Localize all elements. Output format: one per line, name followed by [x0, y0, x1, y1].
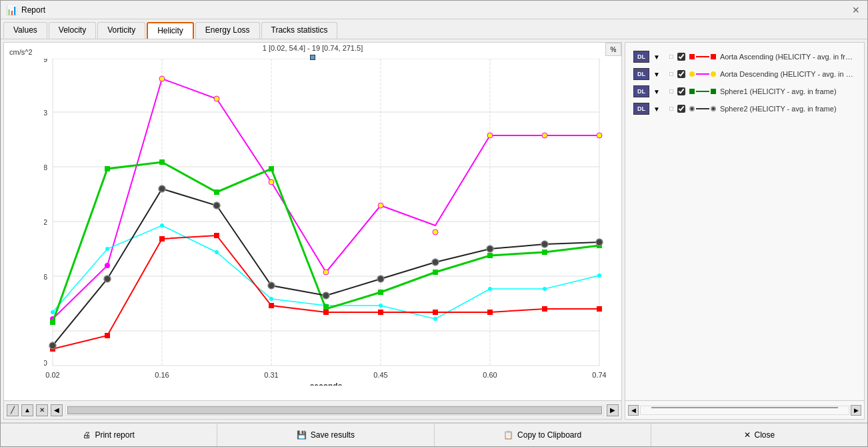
chart-scroll-left[interactable]: ◀ [51, 404, 63, 416]
svg-text:0.16: 0.16 [155, 371, 169, 379]
title-bar: 📊 Report ✕ [1, 1, 867, 19]
svg-rect-61 [159, 236, 165, 242]
svg-rect-49 [105, 166, 110, 171]
legend-dot-1 [689, 54, 695, 59]
svg-text:310.2: 310.2 [44, 218, 47, 226]
tabs-bar: Values Velocity Vorticity Helicity Energ… [1, 19, 867, 39]
chart-toolbar: ╱ ▲ ✕ ◀ ▶ [4, 400, 621, 419]
legend-line-indicator-2 [689, 71, 716, 77]
percent-button[interactable]: % [605, 43, 621, 56]
right-scroll-track[interactable] [640, 406, 849, 415]
copy-clipboard-button[interactable]: 📋 Copy to Clipboard [435, 424, 651, 446]
close-button[interactable]: ✕ Close [651, 424, 867, 446]
svg-rect-62 [214, 233, 219, 238]
svg-point-41 [269, 297, 273, 301]
svg-rect-63 [269, 303, 274, 308]
right-scroll-left[interactable]: ◀ [628, 405, 639, 416]
chart-tooltip-label: 1 [0.02, 54.4] - 19 [0.74, 271.5] [263, 44, 363, 52]
window-close-button[interactable]: ✕ [850, 4, 862, 16]
print-icon: 🖨 [83, 430, 91, 440]
legend-checkbox-2[interactable] [677, 70, 685, 78]
svg-point-31 [323, 270, 329, 275]
chart-svg: 740.9 597.3 453.8 310.2 166.6 23.0 0.02 … [44, 59, 608, 386]
svg-point-75 [323, 292, 329, 299]
svg-point-45 [488, 287, 492, 291]
svg-point-34 [487, 133, 493, 138]
svg-point-74 [268, 282, 275, 289]
save-results-button[interactable]: 💾 Save results [217, 424, 434, 446]
tab-values[interactable]: Values [3, 22, 47, 39]
tab-vorticity[interactable]: Vorticity [97, 22, 145, 39]
legend-dl-4[interactable]: DL [633, 103, 649, 115]
svg-rect-53 [323, 304, 329, 310]
right-panel: DL ▼ Aorta Ascending (HELICITY - avg. in… [625, 42, 865, 420]
svg-point-40 [215, 250, 219, 254]
svg-text:0.02: 0.02 [45, 371, 59, 379]
chart-area: cm/s^2 % 1 [0.02, 54.4] - 19 [0.74, 271.… [3, 42, 622, 420]
svg-point-80 [596, 239, 603, 246]
legend-dl-2[interactable]: DL [633, 68, 649, 80]
svg-rect-55 [433, 270, 438, 275]
legend-dl-1[interactable]: DL [633, 51, 649, 63]
tooltip-marker [310, 55, 315, 60]
svg-point-27 [105, 263, 110, 268]
svg-rect-65 [378, 310, 383, 315]
svg-point-47 [597, 274, 601, 278]
svg-rect-57 [542, 250, 547, 255]
title-bar-left: 📊 Report [6, 5, 45, 15]
chart-scroll-right[interactable]: ▶ [607, 404, 619, 416]
svg-text:0.45: 0.45 [373, 371, 387, 379]
legend-text-2: Aorta Descending (HELICITY - avg. in fra… [720, 70, 853, 78]
svg-rect-69 [597, 306, 602, 312]
close-x-icon: ✕ [744, 430, 751, 440]
legend-checkbox-3[interactable] [677, 87, 685, 95]
tab-energy-loss[interactable]: Energy Loss [195, 22, 260, 39]
legend-text-4: Sphere2 (HELICITY - avg. in frame) [720, 105, 837, 113]
legend-line-4 [696, 108, 709, 109]
svg-point-79 [541, 241, 548, 248]
svg-rect-50 [159, 159, 165, 165]
legend-checkbox-1[interactable] [677, 53, 685, 61]
legend-dl-3[interactable]: DL [633, 85, 649, 97]
legend-line-indicator-1 [689, 54, 716, 59]
legend-sep-4 [669, 107, 673, 111]
svg-rect-60 [105, 333, 110, 338]
tab-tracks-statistics[interactable]: Tracks statistics [261, 22, 338, 39]
svg-point-73 [213, 202, 220, 209]
chart-tool-up[interactable]: ▲ [21, 404, 33, 416]
legend-item-1: DL ▼ Aorta Ascending (HELICITY - avg. in… [633, 51, 856, 63]
print-report-button[interactable]: 🖨 Print report [1, 424, 217, 446]
legend-arrow-4[interactable]: ▼ [653, 105, 660, 113]
chart-horizontal-scrollbar[interactable] [65, 405, 604, 416]
svg-point-36 [597, 133, 602, 138]
right-scroll-right[interactable]: ▶ [851, 405, 861, 416]
footer: 🖨 Print report 💾 Save results 📋 Copy to … [1, 422, 867, 446]
legend-arrow-2[interactable]: ▼ [653, 71, 660, 78]
svg-text:0.74: 0.74 [592, 371, 606, 379]
svg-point-46 [543, 287, 547, 291]
svg-text:597.3: 597.3 [44, 109, 47, 117]
legend-item-2: DL ▼ Aorta Descending (HELICITY - avg. i… [633, 68, 856, 80]
chart-tool-close[interactable]: ✕ [36, 404, 48, 416]
legend-arrow-3[interactable]: ▼ [653, 88, 660, 95]
legend-area: DL ▼ Aorta Ascending (HELICITY - avg. in… [625, 43, 864, 400]
svg-rect-51 [214, 189, 219, 195]
legend-arrow-1[interactable]: ▼ [653, 53, 660, 61]
legend-dot-2 [689, 71, 695, 77]
legend-checkbox-4[interactable] [677, 105, 685, 113]
svg-rect-67 [487, 310, 493, 315]
chart-tool-line[interactable]: ╱ [7, 404, 19, 416]
svg-rect-56 [487, 253, 493, 258]
svg-point-76 [377, 276, 384, 282]
legend-line-indicator-4 [689, 106, 716, 111]
tab-helicity[interactable]: Helicity [147, 22, 194, 39]
right-scroll-thumb [651, 407, 839, 408]
tab-velocity[interactable]: Velocity [49, 22, 96, 39]
svg-point-72 [159, 185, 165, 192]
svg-text:seconds: seconds [310, 382, 343, 386]
svg-text:0.31: 0.31 [264, 371, 278, 379]
main-content: cm/s^2 % 1 [0.02, 54.4] - 19 [0.74, 271.… [1, 39, 867, 422]
svg-point-28 [159, 76, 165, 81]
svg-point-30 [269, 179, 274, 185]
legend-dot-4b [711, 106, 716, 111]
